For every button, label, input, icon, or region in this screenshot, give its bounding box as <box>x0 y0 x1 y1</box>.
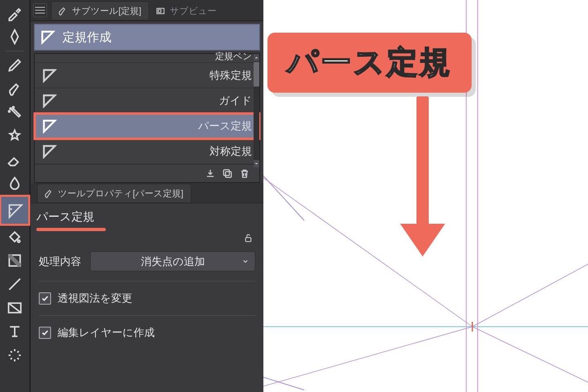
panels-column: サブツール[定規] サブビュー 定規作成 定規ペン 特殊定規 ガイド パース定規… <box>31 0 263 392</box>
svg-rect-7 <box>225 172 231 177</box>
light-icon <box>7 347 23 363</box>
tab-subtool-label: サブツール[定規] <box>72 5 141 17</box>
text-icon <box>7 323 23 340</box>
pen-icon <box>7 57 23 74</box>
gradient-icon <box>7 252 23 269</box>
scrollbar-down[interactable] <box>254 160 259 167</box>
subtool-tab-row: サブツール[定規] サブビュー <box>31 0 263 21</box>
checkbox-create-on-edit-layer-label: 編集レイヤーに作成 <box>58 325 155 340</box>
pen-tool[interactable] <box>3 54 26 77</box>
ruler-icon <box>42 119 57 134</box>
download-icon[interactable] <box>205 168 216 179</box>
svg-line-14 <box>472 253 588 327</box>
ruler-tool[interactable] <box>0 196 29 225</box>
figure-tool[interactable] <box>3 273 26 296</box>
tab-tool-property-label: ツールプロパティ[パース定規] <box>58 187 183 200</box>
checkbox-change-perspective[interactable]: 透視図法を変更 <box>39 291 255 305</box>
svg-rect-8 <box>224 169 229 175</box>
subtool-item-symmetry-ruler[interactable]: 対称定規 <box>35 139 259 164</box>
duplicate-icon[interactable] <box>222 168 233 179</box>
svg-rect-9 <box>246 238 251 242</box>
svg-rect-6 <box>158 9 161 12</box>
tab-subview[interactable]: サブビュー <box>149 1 224 20</box>
trash-icon[interactable] <box>239 168 250 179</box>
scrollbar-thumb[interactable] <box>254 62 259 87</box>
line-icon <box>7 276 23 292</box>
checkbox-icon <box>39 292 51 305</box>
fill-tool[interactable] <box>3 225 26 248</box>
tool-strip <box>0 0 31 392</box>
blend-tool[interactable] <box>3 172 26 195</box>
separator <box>5 51 24 51</box>
brush-tool[interactable] <box>3 78 26 100</box>
divider <box>39 315 255 316</box>
tab-subview-label: サブビュー <box>170 5 216 17</box>
frame-icon <box>7 300 23 316</box>
tab-tool-property[interactable]: ツールプロパティ[パース定規] <box>37 184 191 202</box>
text-tool[interactable] <box>3 320 26 343</box>
ruler-icon <box>7 203 22 218</box>
field-process: 処理内容 消失点の追加 <box>39 252 255 271</box>
chevron-down-icon <box>242 255 249 268</box>
decoration-icon <box>7 128 23 145</box>
annotation-arrow <box>404 96 441 268</box>
lock-row <box>31 231 263 246</box>
airbrush-icon <box>7 105 23 121</box>
frame-tool[interactable] <box>3 296 26 319</box>
gradient-tool[interactable] <box>3 249 26 272</box>
checkbox-create-on-edit-layer[interactable]: 編集レイヤーに作成 <box>39 325 255 340</box>
annotation-underline <box>36 228 106 231</box>
svg-point-0 <box>10 108 11 109</box>
subtool-item-special-ruler[interactable]: 特殊定規 <box>35 63 259 88</box>
divider <box>39 281 255 281</box>
eraser-tool[interactable] <box>3 149 26 172</box>
light-tool[interactable] <box>3 344 26 367</box>
subview-icon <box>155 6 166 16</box>
process-dropdown[interactable]: 消失点の追加 <box>90 252 255 271</box>
correct-line-tool[interactable] <box>3 25 26 48</box>
checkbox-icon <box>39 327 51 339</box>
airbrush-tool[interactable] <box>3 101 26 124</box>
ruler-icon <box>42 68 57 83</box>
blend-icon <box>7 176 23 192</box>
eraser-icon <box>7 152 23 168</box>
scrollbar-up[interactable] <box>254 54 259 61</box>
tool-property-title: パース定規 <box>31 203 263 225</box>
subtool-item-guide[interactable]: ガイド <box>35 88 259 114</box>
unlock-icon[interactable] <box>243 233 254 246</box>
subtool-list-actions <box>35 164 259 182</box>
tool-property-body: 処理内容 消失点の追加 透視図法を変更 編集レイヤーに作成 <box>31 246 263 340</box>
bucket-icon <box>7 229 23 245</box>
canvas[interactable]: パース定規 <box>263 0 588 392</box>
decoration-tool[interactable] <box>3 125 26 148</box>
eyedropper-icon <box>7 5 23 21</box>
subtool-group-label: 定規作成 <box>62 29 111 46</box>
nib-icon <box>7 29 23 45</box>
svg-line-16 <box>472 327 588 392</box>
annotation-callout: パース定規 <box>267 33 472 93</box>
subtool-group-header[interactable]: 定規作成 <box>34 24 260 51</box>
svg-point-2 <box>9 111 10 112</box>
brush-icon <box>57 6 68 16</box>
checkbox-change-perspective-label: 透視図法を変更 <box>58 291 132 305</box>
annotation-connector <box>263 147 304 229</box>
brush-icon <box>43 188 54 199</box>
tool-property-tab-row: ツールプロパティ[パース定規] <box>31 183 263 203</box>
brush-icon <box>7 81 23 97</box>
field-process-label: 処理内容 <box>39 254 81 269</box>
annotation-connector <box>263 368 304 392</box>
panel-menu-button[interactable] <box>33 3 47 17</box>
process-dropdown-value: 消失点の追加 <box>141 254 205 269</box>
annotation-callout-text: パース定規 <box>287 45 452 79</box>
subtool-list: 定規ペン 特殊定規 ガイド パース定規 対称定規 <box>34 53 260 183</box>
ruler-icon <box>42 94 57 108</box>
subtool-item-ruler-pen[interactable]: 定規ペン <box>35 54 259 63</box>
tab-subtool[interactable]: サブツール[定規] <box>51 1 149 20</box>
ruler-icon <box>40 30 55 45</box>
ruler-icon <box>42 144 57 159</box>
eyedropper-tool[interactable] <box>3 2 26 24</box>
subtool-item-perspective-ruler[interactable]: パース定規 <box>35 114 259 139</box>
